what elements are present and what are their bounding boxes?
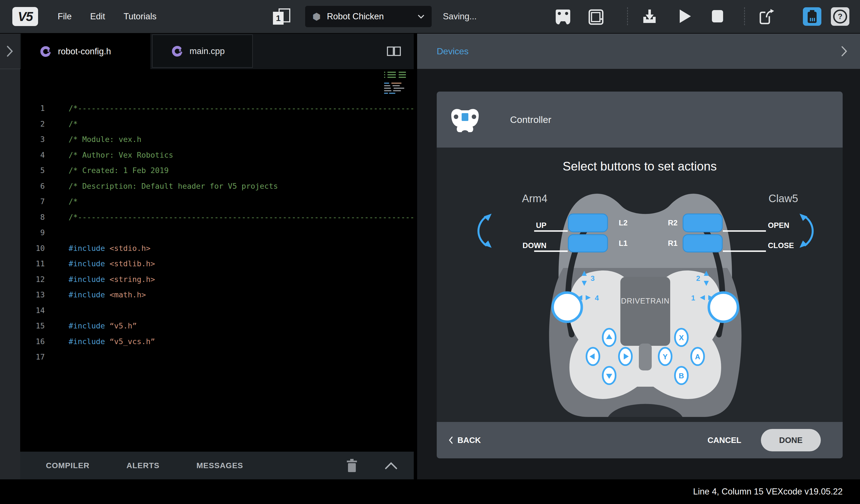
- code-line[interactable]: 4/* Author: Vex Robotics: [20, 147, 414, 163]
- tab-messages[interactable]: MESSAGES: [197, 461, 243, 470]
- chevron-up-icon[interactable]: [385, 462, 398, 470]
- line-number: 14: [20, 306, 45, 315]
- code-line[interactable]: 9: [20, 225, 414, 241]
- left-joystick[interactable]: [553, 292, 582, 322]
- action-down-label: DOWN: [523, 241, 546, 250]
- line-number: 13: [20, 290, 45, 299]
- devices-header: Devices: [417, 33, 860, 69]
- project-selector[interactable]: ⬢ Robot Chicken: [305, 6, 432, 27]
- tab-main-cpp[interactable]: main.cpp: [152, 34, 253, 68]
- help-button[interactable]: ?: [831, 7, 849, 26]
- code-line[interactable]: 15#include “v5.h”: [20, 318, 414, 334]
- done-button[interactable]: DONE: [761, 429, 821, 451]
- cpp-file-icon: [40, 46, 51, 57]
- slot-icon[interactable]: 1: [273, 9, 290, 25]
- editor-tabbar: robot-config.h main.cpp: [20, 33, 414, 69]
- devices-panel: Devices Controller Select buttons to set…: [417, 33, 860, 479]
- download-icon[interactable]: [642, 9, 657, 25]
- cancel-button[interactable]: CANCEL: [707, 436, 741, 445]
- collapse-panel-chevron-icon[interactable]: [841, 46, 848, 57]
- v5-logo: V5: [12, 7, 38, 26]
- controller-toolbar-icon[interactable]: [555, 9, 571, 25]
- left-device-label: Arm4: [522, 193, 548, 204]
- menu-bar: File Edit Tutorials: [58, 0, 157, 33]
- bumper-l2-label: L2: [619, 219, 628, 227]
- axis2-label: 2: [696, 274, 700, 283]
- code-editor[interactable]: 1/*-------------------------------------…: [20, 69, 414, 451]
- code-line[interactable]: 11#include <stdlib.h>: [20, 256, 414, 272]
- code-line[interactable]: 17: [20, 349, 414, 365]
- line-number: 7: [20, 197, 45, 206]
- line-number: 8: [20, 213, 45, 221]
- controller-card: Controller Select buttons to set actions: [437, 91, 843, 458]
- bottom-panel-bar: COMPILER ALERTS MESSAGES: [20, 451, 414, 479]
- button-y-label: Y: [663, 352, 668, 361]
- line-number: 12: [20, 275, 45, 284]
- tab-label: robot-config.h: [58, 46, 111, 57]
- share-icon[interactable]: [758, 9, 775, 25]
- back-button[interactable]: BACK: [448, 436, 481, 445]
- code-line[interactable]: 14: [20, 303, 414, 318]
- tab-robot-config[interactable]: robot-config.h: [21, 33, 150, 69]
- line-number: 16: [20, 337, 45, 346]
- vexcode-window: V5 File Edit Tutorials 1 ⬢ Robot Chicken…: [0, 0, 860, 504]
- controller-card-title: Controller: [510, 114, 551, 125]
- menu-tutorials[interactable]: Tutorials: [124, 12, 157, 21]
- tab-alerts[interactable]: ALERTS: [127, 461, 160, 470]
- trash-icon[interactable]: [346, 459, 358, 472]
- code-line[interactable]: 2/*: [20, 116, 414, 132]
- code-line[interactable]: 3/* Module: vex.h: [20, 132, 414, 147]
- split-view-icon[interactable]: [387, 46, 401, 56]
- play-icon[interactable]: [678, 9, 692, 24]
- stop-icon[interactable]: [710, 9, 725, 24]
- action-up-label: UP: [536, 221, 546, 230]
- rotate-arrow-left-icon: [478, 217, 486, 245]
- tab-compiler[interactable]: COMPILER: [46, 461, 89, 470]
- code-line[interactable]: 6/* Description: Default header for V5 p…: [20, 178, 414, 194]
- bumper-r2-button[interactable]: [683, 214, 722, 232]
- bumper-l2-button[interactable]: [568, 214, 607, 232]
- line-number: 1: [20, 104, 45, 113]
- menu-edit[interactable]: Edit: [90, 12, 105, 21]
- code-line[interactable]: 16#include “v5_vcs.h”: [20, 334, 414, 349]
- code-line[interactable]: 10#include <stdio.h>: [20, 241, 414, 256]
- arrow-head: [800, 214, 807, 221]
- line-number: 6: [20, 182, 45, 190]
- axis4-label: 4: [595, 294, 599, 302]
- code-line[interactable]: 13#include <math.h>: [20, 287, 414, 303]
- rotate-arrow-right-icon: [805, 217, 813, 245]
- tab-label: main.cpp: [189, 46, 225, 56]
- bumper-r1-button[interactable]: [683, 235, 722, 252]
- line-number: 15: [20, 321, 45, 330]
- button-b-label: B: [679, 372, 684, 380]
- code-line[interactable]: 8/*-------------------------------------…: [20, 210, 414, 225]
- code-line[interactable]: 12#include <string.h>: [20, 272, 414, 287]
- line-number: 17: [20, 352, 45, 361]
- button-a-label: A: [695, 352, 700, 361]
- menu-file[interactable]: File: [58, 12, 72, 21]
- controller-screen: [620, 277, 670, 346]
- chevron-down-icon: [418, 15, 425, 19]
- device-info-button[interactable]: [803, 7, 821, 26]
- expand-sidebar-button[interactable]: [0, 33, 20, 69]
- chevron-left-icon: [448, 436, 453, 444]
- action-close-label: CLOSE: [768, 241, 794, 250]
- minimap: [384, 71, 413, 95]
- code-line[interactable]: 5/* Created: 1 Feb 2019: [20, 163, 414, 178]
- project-name: Robot Chicken: [327, 12, 384, 21]
- bumper-l1-button[interactable]: [568, 235, 607, 252]
- code-line[interactable]: 7/*: [20, 194, 414, 210]
- chevron-right-icon: [6, 45, 14, 57]
- right-joystick[interactable]: [709, 292, 738, 322]
- status-bar: Line 4, Column 15 VEXcode v19.05.22: [0, 479, 860, 504]
- line-number: 9: [20, 228, 45, 237]
- toolbar-divider: [627, 7, 628, 25]
- axis1-label: 1: [691, 294, 695, 302]
- power-button: [639, 344, 652, 371]
- line-number: 4: [20, 150, 45, 159]
- status-text: Line 4, Column 15 VEXcode v19.05.22: [693, 487, 843, 497]
- brain-toolbar-icon[interactable]: [588, 9, 604, 26]
- app-bar: V5 File Edit Tutorials 1 ⬢ Robot Chicken…: [0, 0, 860, 33]
- code-line[interactable]: 1/*-------------------------------------…: [20, 101, 414, 116]
- controller-diagram: DRIVETRAIN 3 4 2 1: [437, 147, 843, 422]
